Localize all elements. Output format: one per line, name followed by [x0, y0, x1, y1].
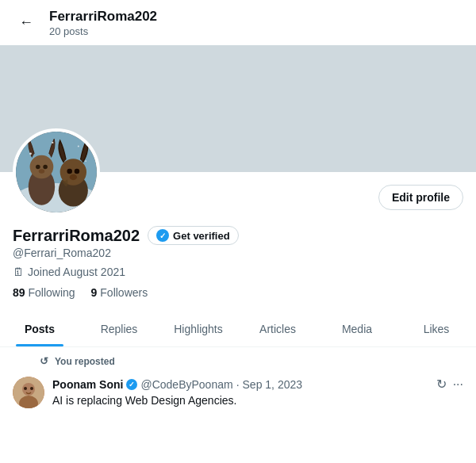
- post-date: Sep 1, 2023: [243, 378, 303, 391]
- svg-point-10: [75, 169, 79, 174]
- post-text: AI is replacing Web Design Agencies.: [52, 393, 463, 409]
- avatar-image: [16, 132, 97, 212]
- edit-profile-button[interactable]: Edit profile: [378, 185, 463, 210]
- get-verified-button[interactable]: ✓ Get verified: [148, 226, 239, 245]
- repost-icon: ↺: [40, 355, 48, 367]
- following-stat[interactable]: 89 Following: [13, 286, 75, 299]
- header-post-count: 20 posts: [49, 25, 157, 37]
- tab-articles[interactable]: Articles: [238, 312, 317, 346]
- calendar-icon: 🗓: [13, 266, 24, 278]
- repost-label: ↺ You reposted: [0, 347, 476, 370]
- followers-count: 9: [91, 286, 98, 299]
- post-handle: @CodeByPoonam: [140, 378, 232, 391]
- followers-stat[interactable]: 9 Followers: [91, 286, 148, 299]
- svg-point-11: [70, 174, 77, 180]
- svg-point-19: [24, 387, 27, 390]
- tab-highlights[interactable]: Highlights: [159, 312, 238, 346]
- post-verified-icon: ✓: [126, 379, 137, 390]
- followers-label: Followers: [100, 286, 148, 299]
- tab-posts[interactable]: Posts: [0, 312, 79, 346]
- avatar: [13, 128, 100, 216]
- tab-media[interactable]: Media: [317, 312, 397, 346]
- svg-point-14: [52, 142, 53, 143]
- profile-section: Edit profile FerrarriRoma202 ✓ Get verif…: [0, 172, 476, 299]
- header-username: FerrarriRoma202: [49, 8, 157, 25]
- verify-icon: ✓: [156, 229, 169, 242]
- repost-text: You reposted: [55, 356, 115, 367]
- svg-point-5: [43, 165, 48, 170]
- display-name-row: FerrarriRoma202 ✓ Get verified: [13, 226, 463, 245]
- svg-point-20: [30, 387, 33, 390]
- tab-replies[interactable]: Replies: [79, 312, 159, 346]
- post-avatar[interactable]: [13, 377, 44, 408]
- following-label: Following: [28, 286, 75, 299]
- post-actions: ↻ ···: [436, 377, 463, 392]
- post-item: Poonam Soni ✓ @CodeByPoonam · Sep 1, 202…: [0, 370, 476, 415]
- svg-point-9: [67, 169, 71, 174]
- header: ← FerrarriRoma202 20 posts: [0, 0, 476, 45]
- get-verified-label: Get verified: [173, 230, 230, 242]
- profile-tabs: Posts Replies Highlights Articles Media …: [0, 312, 476, 347]
- following-count: 89: [13, 286, 25, 299]
- username: @Ferrari_Roma202: [13, 247, 463, 259]
- more-icon[interactable]: ···: [453, 377, 463, 392]
- back-button[interactable]: ←: [13, 10, 40, 36]
- display-name: FerrarriRoma202: [13, 227, 140, 245]
- header-info: FerrarriRoma202 20 posts: [49, 8, 157, 37]
- follow-stats: 89 Following 9 Followers: [13, 286, 463, 299]
- svg-point-15: [85, 160, 86, 162]
- tab-likes[interactable]: Likes: [397, 312, 476, 346]
- post-header: Poonam Soni ✓ @CodeByPoonam · Sep 1, 202…: [52, 377, 463, 392]
- svg-point-6: [39, 169, 44, 174]
- join-date: Joined August 2021: [28, 266, 125, 278]
- post-author-name: Poonam Soni: [52, 378, 123, 391]
- svg-point-12: [29, 153, 32, 155]
- svg-point-13: [78, 146, 79, 147]
- join-date-row: 🗓 Joined August 2021: [13, 266, 463, 278]
- post-content: Poonam Soni ✓ @CodeByPoonam · Sep 1, 202…: [52, 377, 463, 409]
- svg-point-3: [30, 155, 54, 179]
- svg-point-4: [36, 165, 40, 170]
- post-avatar-image: [13, 377, 44, 408]
- post-section: ↺ You reposted Poonam Soni ✓ @CodeByPoon…: [0, 347, 476, 415]
- post-dot: ·: [236, 378, 240, 391]
- refresh-icon[interactable]: ↻: [436, 377, 447, 392]
